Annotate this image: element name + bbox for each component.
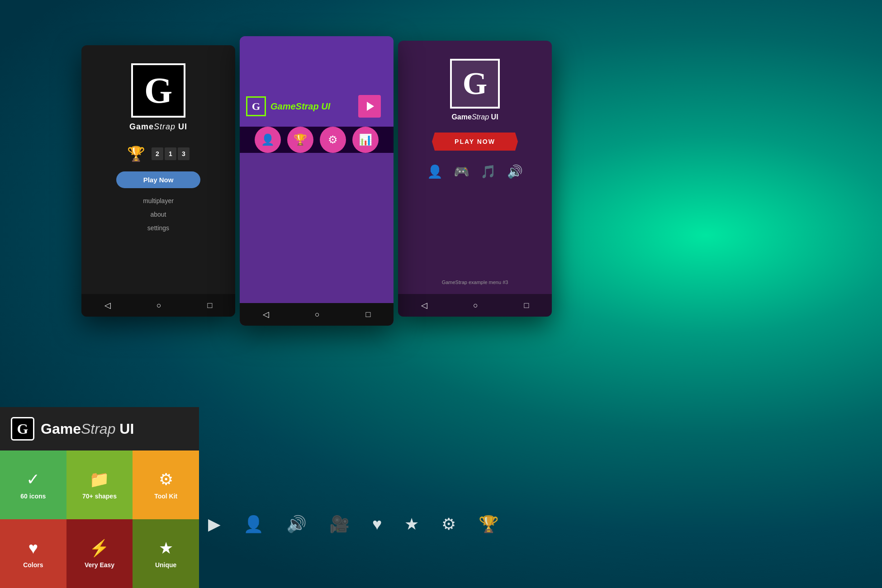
feature-shapes-label: 70+ shapes <box>82 493 117 500</box>
bottom-panel: G GameStrap UI ✓ 60 icons 📁 70+ shapes ⚙… <box>0 407 199 588</box>
phone3-logo-italic: Strap <box>472 113 489 121</box>
menu-about[interactable]: about <box>150 211 166 218</box>
brand-name-ui: UI <box>115 421 134 437</box>
phone2-logo-text: GameStrap UI <box>270 101 330 112</box>
score-box-1: 2 <box>152 147 163 160</box>
icon-strip: ▶ 👤 🔊 🎥 ♥ ★ ⚙ 🏆 <box>208 515 499 534</box>
phone3-logo-bold: Game <box>451 113 471 121</box>
phone1-play-button[interactable]: Play Now <box>116 171 201 188</box>
menu-settings[interactable]: settings <box>147 224 169 232</box>
phone3-icon-row: 👤 🎮 🎵 🔊 <box>427 164 523 179</box>
brand-name-italic: Strap <box>81 421 115 437</box>
phone2-bottom: 👤 🏆 ⚙ 📊 <box>240 127 394 153</box>
brand-logo-letter: G <box>17 421 28 437</box>
feature-colors[interactable]: ♥ Colors <box>0 519 66 588</box>
phone1-logo-box: G <box>131 63 185 118</box>
phone2-play-button[interactable] <box>358 95 381 118</box>
trophy-icon: 🏆 <box>127 145 145 162</box>
feature-shapes[interactable]: 📁 70+ shapes <box>66 450 133 519</box>
star-icon: ★ <box>159 539 173 558</box>
feature-toolkit[interactable]: ⚙ Tool Kit <box>133 450 199 519</box>
phone2-icon-user[interactable]: 👤 <box>255 127 281 153</box>
feature-icons-label: 60 icons <box>20 493 46 500</box>
brand-name-bold: Game <box>41 421 81 437</box>
phone3-logo-box: G <box>450 59 500 109</box>
phone3-nav-back[interactable]: ◁ <box>421 300 427 310</box>
phone3-nav: ◁ ○ □ <box>398 294 552 317</box>
menu-multiplayer[interactable]: multiplayer <box>143 197 174 204</box>
phone2-top: G GameStrap UI <box>240 36 394 127</box>
heart-icon: ♥ <box>28 539 38 558</box>
phone3-logo-ui: UI <box>489 113 498 121</box>
brand-row: G GameStrap UI <box>0 407 199 450</box>
phone3-icon-volume: 🔊 <box>507 164 523 179</box>
phone1-nav: ◁ ○ □ <box>81 294 235 317</box>
phone1-nav-recent[interactable]: □ <box>207 301 212 310</box>
phone1-menu: multiplayer about settings <box>143 197 174 232</box>
toolkit-gear-icon: ⚙ <box>159 470 173 489</box>
score-box-2: 1 <box>165 147 176 160</box>
strip-icon-play: ▶ <box>208 515 221 534</box>
phone-3: G GameStrap UI PLAY NOW 👤 🎮 🎵 🔊 GameStra… <box>398 41 552 317</box>
phone1-logo-text: GameStrap UI <box>129 122 187 132</box>
brand-name: GameStrap UI <box>41 421 134 437</box>
phone2-nav-home[interactable]: ○ <box>315 310 320 319</box>
phone1-nav-home[interactable]: ○ <box>156 301 161 310</box>
strip-icon-video: 🎥 <box>329 515 350 534</box>
phone2-icon-chart[interactable]: 📊 <box>352 127 379 153</box>
checkmark-icon: ✓ <box>26 470 40 489</box>
folder-icon: 📁 <box>89 470 109 489</box>
phone3-icon-gamepad: 🎮 <box>454 164 469 179</box>
phone2-play-triangle <box>367 102 374 111</box>
phone3-nav-home[interactable]: ○ <box>473 301 478 310</box>
strip-icon-user: 👤 <box>243 515 264 534</box>
feature-colors-label: Colors <box>23 561 43 569</box>
strip-icon-trophy: 🏆 <box>479 515 499 534</box>
strip-icon-sound: 🔊 <box>286 515 307 534</box>
phone2-icon-gear[interactable]: ⚙ <box>320 127 346 153</box>
brand-logo-box: G <box>11 417 34 441</box>
phone1-logo-italic: Strap <box>154 122 175 131</box>
phone-2: G GameStrap UI 👤 🏆 ⚙ 📊 ◁ ○ □ <box>240 36 394 326</box>
phone1-logo-ui: UI <box>175 122 187 131</box>
phone2-icon-row: 👤 🏆 ⚙ 📊 <box>255 127 379 153</box>
phone1-trophy-row: 🏆 2 1 3 <box>127 145 190 162</box>
phone-1: G GameStrap UI 🏆 2 1 3 Play Now multipla… <box>81 45 235 317</box>
phone2-nav-back[interactable]: ◁ <box>263 309 269 319</box>
phone2-icon-trophy[interactable]: 🏆 <box>287 127 313 153</box>
strip-icon-heart: ♥ <box>372 515 382 534</box>
phone2-logo-row: G GameStrap UI <box>240 95 394 118</box>
phone3-icon-user: 👤 <box>427 164 443 179</box>
phone1-nav-back[interactable]: ◁ <box>104 300 111 310</box>
phone3-logo-text: GameStrap UI <box>451 113 498 121</box>
feature-easy-label: Very Easy <box>85 561 114 569</box>
score-boxes: 2 1 3 <box>152 147 190 160</box>
phone1-logo-bold: Game <box>129 122 154 131</box>
strip-icon-star: ★ <box>404 515 419 534</box>
phone-1-content: G GameStrap UI 🏆 2 1 3 Play Now multipla… <box>81 45 235 294</box>
lightning-icon: ⚡ <box>89 539 109 558</box>
feature-icons[interactable]: ✓ 60 icons <box>0 450 66 519</box>
phone3-caption: GameStrap example menu #3 <box>442 280 508 285</box>
feature-unique-label: Unique <box>155 561 176 569</box>
phone3-icon-music: 🎵 <box>480 164 496 179</box>
feature-unique[interactable]: ★ Unique <box>133 519 199 588</box>
feature-toolkit-label: Tool Kit <box>154 493 177 500</box>
phone2-nav-recent[interactable]: □ <box>365 310 370 319</box>
phone2-nav: ◁ ○ □ <box>240 303 394 326</box>
phone2-logo-letter: G <box>252 100 261 113</box>
phone2-logo-box: G <box>246 96 266 116</box>
phones-container: G GameStrap UI 🏆 2 1 3 Play Now multipla… <box>81 36 552 326</box>
feature-easy[interactable]: ⚡ Very Easy <box>66 519 133 588</box>
phone3-logo-letter: G <box>463 66 487 102</box>
phone3-content: G GameStrap UI PLAY NOW 👤 🎮 🎵 🔊 GameStra… <box>398 41 552 294</box>
phone3-play-button[interactable]: PLAY NOW <box>432 133 518 151</box>
phone1-logo-letter: G <box>144 70 172 111</box>
score-box-3: 3 <box>178 147 190 160</box>
strip-icon-gear: ⚙ <box>441 515 456 534</box>
phone3-nav-recent[interactable]: □ <box>524 301 529 310</box>
features-grid: ✓ 60 icons 📁 70+ shapes ⚙ Tool Kit ♥ Col… <box>0 450 199 588</box>
